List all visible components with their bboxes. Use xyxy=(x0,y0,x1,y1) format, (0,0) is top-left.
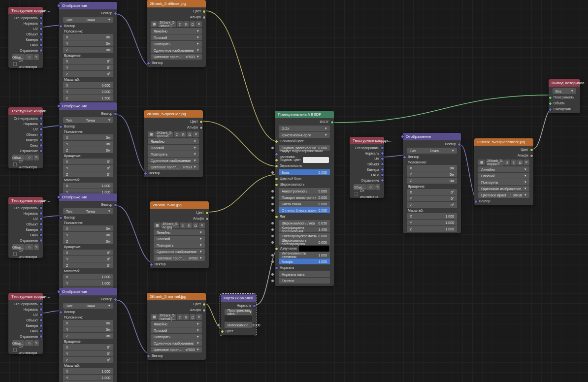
output-alpha[interactable]: Альфа xyxy=(149,14,204,20)
output-bsdf[interactable]: BSDF xyxy=(277,119,332,125)
distribution-dropdown[interactable]: GGX▾ xyxy=(279,126,330,131)
image-browser[interactable]: ▦ 2Kbark_5-diffuse.j… 2 ⎘ 🗋 ✕ xyxy=(151,21,202,27)
extension-dropdown[interactable]: Повторить▾ xyxy=(151,41,202,47)
image-icon[interactable]: ▦ xyxy=(154,223,161,228)
source-dropdown[interactable]: Одиночное изображение▾ xyxy=(478,186,529,191)
unlink-button[interactable]: ⎘ xyxy=(183,314,189,320)
projection-dropdown[interactable]: Плоский▾ xyxy=(151,327,202,333)
output-color[interactable]: Цвет xyxy=(152,210,207,216)
node-texture-coordinate-tc5[interactable]: Текстурные коорди… СгенерироватьНормальU… xyxy=(350,137,384,198)
node-texture-coordinate-tc2[interactable]: Текстурные коорди… СгенерироватьНормальU… xyxy=(8,107,43,168)
bsdf-input-оттенок-блеска-ткани[interactable]: Оттенок блеска ткани0.500 xyxy=(279,207,330,213)
bsdf-input-основной-цвет[interactable]: Основной цвет xyxy=(277,138,332,144)
target-dropdown[interactable]: Все▾ xyxy=(553,88,576,94)
open-button[interactable]: ✕ xyxy=(196,314,202,320)
output-alpha[interactable]: Альфа xyxy=(149,307,204,313)
open-button[interactable]: ✕ xyxy=(196,21,202,27)
output-Нормаль[interactable]: Нормаль xyxy=(10,211,41,216)
new-button[interactable]: 🗋 xyxy=(190,314,196,320)
node-image-texture-disp[interactable]: 2Kbark_5-displacement.jpg Цвет Альфа ▦ 2… xyxy=(474,138,533,205)
input-vector[interactable]: Вектор xyxy=(405,154,459,160)
node-mapping-mp1[interactable]: Отображение Вектор Тип:Точка▾ Вектор Пол… xyxy=(59,2,117,102)
from-instancer-checkbox[interactable]: От инстансера xyxy=(10,347,41,353)
image-icon[interactable]: ▦ xyxy=(151,21,158,27)
y-value[interactable]: Y1.000 xyxy=(63,280,113,286)
colorspace-dropdown[interactable]: Цветовое прост…:sRGB▾ xyxy=(151,54,202,60)
node-material-output[interactable]: Вывод материала Все▾ Поверхность Объём С… xyxy=(549,79,580,113)
x-value[interactable]: X0° xyxy=(407,189,457,195)
output-UV[interactable]: UV xyxy=(10,216,41,222)
x-value[interactable]: X0м xyxy=(63,320,113,326)
source-dropdown[interactable]: Одиночное изображение▾ xyxy=(148,158,199,163)
z-value[interactable]: Z0м xyxy=(407,178,457,184)
output-Сгенерировать[interactable]: Сгенерировать xyxy=(10,116,41,121)
colorspace-dropdown[interactable]: Цветовое прост…:sRGB▾ xyxy=(478,192,529,198)
interp-dropdown[interactable]: Линейно▾ xyxy=(148,138,199,144)
colorspace-dropdown[interactable]: Цветовое прост…:sRGB▾ xyxy=(154,255,205,261)
users-button[interactable]: 2 xyxy=(174,131,180,137)
interp-dropdown[interactable]: Линейно▾ xyxy=(478,166,529,172)
output-Объект[interactable]: Объект xyxy=(10,222,41,227)
output-color[interactable]: Цвет xyxy=(149,301,204,307)
output-Отражение[interactable]: Отражение xyxy=(10,148,41,154)
input-vector[interactable]: Вектор xyxy=(149,353,204,359)
type-dropdown[interactable]: Тип:Точка▾ xyxy=(63,208,113,214)
bsdf-input-излучение[interactable]: Излучение xyxy=(277,246,332,252)
node-texture-coordinate-tc3[interactable]: Текстурные коорди… СгенерироватьНормальU… xyxy=(8,197,43,258)
bsdf-input-поворот-анизотропии[interactable]: Поворот анизотропии0.000 xyxy=(279,194,330,200)
sss-method-dropdown[interactable]: Кристенсен-Бёрли▾ xyxy=(279,132,330,138)
colorspace-dropdown[interactable]: Цветовое прост…:sRGB▾ xyxy=(148,164,199,170)
x-value[interactable]: X1.000 xyxy=(63,368,113,374)
output-vector[interactable]: Вектор xyxy=(61,111,115,117)
input-vector[interactable]: Вектор xyxy=(61,23,115,29)
y-value[interactable]: Y1.000 xyxy=(63,375,113,381)
output-Отражение[interactable]: Отражение xyxy=(10,238,41,243)
from-instancer-checkbox[interactable]: От инстансера xyxy=(10,161,41,167)
z-value[interactable]: Z0м xyxy=(63,147,113,153)
image-browser[interactable]: ▦ 2Kbark_5-normal.j… 2 ⎘ 🗋 ✕ xyxy=(151,314,202,320)
bsdf-input-тангенс[interactable]: Тангенс xyxy=(279,278,330,284)
node-principled-bsdf[interactable]: Принципиальный BSDF BSDF GGX▾ Кристенсен… xyxy=(275,111,334,286)
image-browser[interactable]: ▦ 2Kbark_5-ao.jpg 2 ⎘ 🗋 ✕ xyxy=(154,223,205,228)
output-Нормаль[interactable]: Нормаль xyxy=(10,121,41,127)
output-UV[interactable]: UV xyxy=(352,156,382,161)
new-button[interactable]: 🗋 xyxy=(517,159,523,165)
output-UV[interactable]: UV xyxy=(10,127,41,132)
projection-dropdown[interactable]: Плоский▾ xyxy=(151,34,202,40)
node-header[interactable]: Отображение xyxy=(59,193,117,201)
space-dropdown[interactable]: Пространство каса…▾ xyxy=(225,309,252,315)
bsdf-input-подпов-цвет[interactable]: Подпов. цвет xyxy=(277,157,332,163)
output-Камера[interactable]: Камера xyxy=(352,167,382,172)
interp-dropdown[interactable]: Линейно▾ xyxy=(151,321,202,327)
from-instancer-checkbox[interactable]: От инстансера xyxy=(352,191,382,197)
input-vector[interactable]: Вектор xyxy=(61,309,115,315)
colorspace-dropdown[interactable]: Цветовое прост…:sRGB▾ xyxy=(151,347,202,352)
extension-dropdown[interactable]: Повторить▾ xyxy=(478,179,529,185)
z-value[interactable]: Z0° xyxy=(63,71,113,77)
output-Нормаль[interactable]: Нормаль xyxy=(10,21,41,26)
bsdf-input-анизотропность[interactable]: Анизотропность0.000 xyxy=(279,188,330,194)
output-Сгенерировать[interactable]: Сгенерировать xyxy=(10,15,41,21)
users-button[interactable]: 2 xyxy=(504,159,510,165)
unlink-button[interactable]: ⎘ xyxy=(186,223,192,228)
input-vector[interactable]: Вектор xyxy=(146,170,201,176)
bsdf-input-шероховатость-светопропуска-[interactable]: Шероховатость светопропуска…0.000 xyxy=(279,239,330,245)
node-header[interactable]: Вывод материала xyxy=(549,79,580,87)
z-value[interactable]: Z1.000 xyxy=(407,226,457,232)
users-button[interactable]: 2 xyxy=(177,21,183,27)
node-header[interactable]: Карта нормалей xyxy=(221,294,256,302)
output-color[interactable]: Цвет xyxy=(146,119,201,125)
source-dropdown[interactable]: Одиночное изображение▾ xyxy=(154,249,205,255)
output-vector[interactable]: Вектор xyxy=(61,296,115,302)
output-UV[interactable]: UV xyxy=(10,312,41,318)
y-value[interactable]: Y0м xyxy=(63,40,113,46)
input-displacement[interactable]: Смещения xyxy=(551,106,578,112)
node-mapping-mp3[interactable]: Отображение Вектор Тип:Точка▾ Вектор Пол… xyxy=(59,193,117,294)
extension-dropdown[interactable]: Повторить▾ xyxy=(151,334,202,340)
image-browser[interactable]: ▦ 2Kbark_5-displace… 2 ⎘ 🗋 ✕ xyxy=(478,159,529,165)
bsdf-input-нормаль-лака[interactable]: Нормаль лака xyxy=(279,271,330,277)
node-header[interactable]: 2Kbark_5-specular.jpg xyxy=(144,110,203,118)
x-value[interactable]: X1.000 xyxy=(407,213,457,219)
image-name-field[interactable]: 2Kbark_5-specula… xyxy=(155,131,173,137)
output-alpha[interactable]: Альфа xyxy=(476,153,531,159)
